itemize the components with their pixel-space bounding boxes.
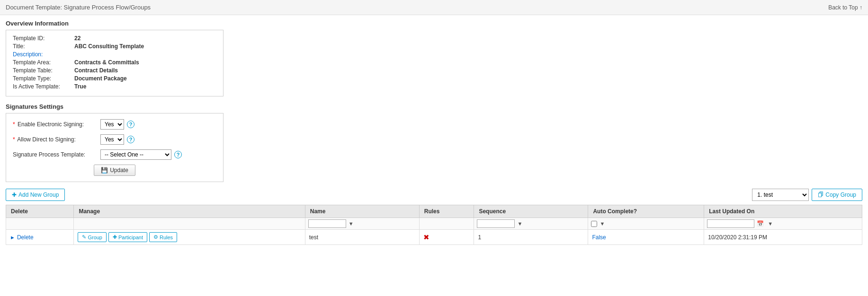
col-name: Name bbox=[305, 205, 419, 218]
required-star-1: * bbox=[13, 121, 15, 128]
template-table-label: Template Table: bbox=[13, 67, 74, 74]
group-dropdown[interactable]: 1. test bbox=[752, 189, 809, 201]
toolbar-row: ✚ Add New Group 1. test 🗍 Copy Group bbox=[6, 189, 862, 201]
back-to-top-link[interactable]: Back to Top ↑ bbox=[828, 4, 862, 11]
rules-btn-label: Rules bbox=[160, 235, 173, 240]
overview-section-title: Overview Information bbox=[6, 20, 862, 27]
table-filter-row: ▼ ▼ ▼ bbox=[6, 218, 862, 230]
rules-x-icon: ✖ bbox=[423, 233, 430, 241]
sequence-cell: 1 bbox=[474, 230, 588, 245]
signature-process-template-help-icon[interactable]: ? bbox=[174, 151, 182, 158]
filter-name-cell: ▼ bbox=[305, 218, 419, 230]
last-updated-calendar-button[interactable]: 📅 bbox=[755, 220, 765, 227]
table-header-row: Delete Manage Name Rules Sequence Auto C… bbox=[6, 205, 862, 218]
name-cell: test bbox=[305, 230, 419, 245]
signature-process-template-control: -- Select One -- ? bbox=[100, 149, 182, 160]
name-filter-button[interactable]: ▼ bbox=[347, 220, 355, 227]
auto-complete-value: False bbox=[592, 234, 606, 241]
group-button[interactable]: ✎ Group bbox=[78, 232, 107, 242]
overview-row-template-table: Template Table: Contract Details bbox=[13, 67, 216, 74]
overview-row-title: Title: ABC Consulting Template bbox=[13, 43, 216, 50]
enable-electronic-signing-label: * Enable Electronic Signing: bbox=[13, 121, 100, 128]
update-button[interactable]: 💾 Update bbox=[94, 165, 135, 176]
enable-electronic-signing-control: Yes No ? bbox=[100, 119, 134, 130]
auto-complete-filter-checkbox[interactable] bbox=[591, 221, 597, 227]
template-area-value: Contracts & Committals bbox=[74, 59, 139, 66]
allow-direct-to-signing-label: * Allow Direct to Signing: bbox=[13, 136, 100, 143]
filter-last-updated-cell: 📅 ▼ bbox=[704, 218, 862, 230]
signature-process-template-select[interactable]: -- Select One -- bbox=[100, 149, 171, 160]
group-btn-label: Group bbox=[88, 235, 102, 240]
signature-process-template-label: Signature Process Template: bbox=[13, 151, 100, 158]
col-sequence: Sequence bbox=[474, 205, 588, 218]
title-label: Title: bbox=[13, 43, 74, 50]
template-type-value: Document Package bbox=[74, 75, 127, 82]
auto-complete-filter-cell: ▼ bbox=[591, 220, 701, 227]
is-active-label: Is Active Template: bbox=[13, 83, 74, 90]
copy-group-button[interactable]: 🗍 Copy Group bbox=[812, 189, 862, 201]
signatures-section-title: Signatures Settings bbox=[6, 103, 862, 110]
expand-arrow-icon[interactable]: ► bbox=[10, 235, 15, 240]
pencil-icon: ✎ bbox=[82, 234, 86, 240]
overview-row-template-type: Template Type: Document Package bbox=[13, 75, 216, 82]
overview-row-description: Description: bbox=[13, 51, 216, 58]
last-updated-filter-button[interactable]: ▼ bbox=[766, 220, 774, 227]
auto-complete-cell: False bbox=[588, 230, 704, 245]
col-auto-complete: Auto Complete? bbox=[588, 205, 704, 218]
last-updated-filter-input[interactable] bbox=[707, 219, 754, 228]
delete-link[interactable]: Delete bbox=[17, 234, 34, 241]
allow-direct-to-signing-help-icon[interactable]: ? bbox=[127, 136, 134, 143]
description-label[interactable]: Description: bbox=[13, 51, 74, 58]
filter-manage-cell bbox=[74, 218, 305, 230]
copy-icon: 🗍 bbox=[818, 192, 823, 198]
filter-auto-complete-cell: ▼ bbox=[588, 218, 704, 230]
sequence-filter-input[interactable] bbox=[477, 219, 515, 228]
template-table-value: Contract Details bbox=[74, 67, 118, 74]
allow-direct-to-signing-select[interactable]: Yes No bbox=[100, 134, 124, 145]
enable-electronic-signing-help-icon[interactable]: ? bbox=[127, 121, 134, 128]
participant-button[interactable]: ✚ Participant bbox=[108, 232, 147, 242]
col-last-updated: Last Updated On bbox=[704, 205, 862, 218]
participant-icon: ✚ bbox=[113, 234, 117, 240]
plus-circle-icon: ✚ bbox=[12, 192, 17, 198]
add-new-group-label: Add New Group bbox=[18, 192, 59, 198]
name-filter-input[interactable] bbox=[308, 219, 346, 228]
col-rules: Rules bbox=[419, 205, 474, 218]
overview-row-template-area: Template Area: Contracts & Committals bbox=[13, 59, 216, 66]
gear-icon: ⚙ bbox=[153, 234, 158, 240]
template-id-label: Template ID: bbox=[13, 35, 74, 42]
rules-button[interactable]: ⚙ Rules bbox=[149, 232, 177, 242]
delete-cell: ► Delete bbox=[6, 230, 74, 245]
add-new-group-button[interactable]: ✚ Add New Group bbox=[6, 189, 65, 201]
col-delete: Delete bbox=[6, 205, 74, 218]
template-id-value: 22 bbox=[74, 35, 81, 42]
enable-electronic-signing-select[interactable]: Yes No bbox=[100, 119, 124, 130]
manage-action-btns: ✎ Group ✚ Participant ⚙ Rules bbox=[78, 232, 301, 242]
filter-sequence-cell: ▼ bbox=[474, 218, 588, 230]
allow-direct-to-signing-control: Yes No ? bbox=[100, 134, 134, 145]
template-area-label: Template Area: bbox=[13, 59, 74, 66]
update-button-label: Update bbox=[110, 167, 128, 174]
rules-cell: ✖ bbox=[419, 230, 474, 245]
sequence-filter-cell: ▼ bbox=[477, 219, 585, 228]
signature-process-template-row: Signature Process Template: -- Select On… bbox=[13, 149, 216, 160]
filter-rules-cell bbox=[419, 218, 474, 230]
overview-row-template-id: Template ID: 22 bbox=[13, 35, 216, 42]
update-btn-row: 💾 Update bbox=[13, 165, 216, 176]
sequence-filter-button[interactable]: ▼ bbox=[516, 220, 524, 227]
last-updated-cell: 10/20/2020 2:31:19 PM bbox=[704, 230, 862, 245]
name-filter-cell: ▼ bbox=[308, 219, 416, 228]
auto-complete-filter-button[interactable]: ▼ bbox=[598, 220, 606, 227]
signatures-settings-box: * Enable Electronic Signing: Yes No ? * … bbox=[6, 113, 224, 182]
save-icon: 💾 bbox=[101, 167, 108, 174]
copy-group-area: 1. test 🗍 Copy Group bbox=[752, 189, 862, 201]
is-active-value: True bbox=[74, 83, 86, 90]
template-type-label: Template Type: bbox=[13, 75, 74, 82]
expand-delete-cell: ► Delete bbox=[10, 234, 70, 241]
allow-direct-to-signing-row: * Allow Direct to Signing: Yes No ? bbox=[13, 134, 216, 145]
enable-electronic-signing-row: * Enable Electronic Signing: Yes No ? bbox=[13, 119, 216, 130]
copy-group-label: Copy Group bbox=[825, 192, 856, 198]
participant-btn-label: Participant bbox=[118, 235, 143, 240]
filter-delete-cell bbox=[6, 218, 74, 230]
manage-cell: ✎ Group ✚ Participant ⚙ Rules bbox=[74, 230, 305, 245]
